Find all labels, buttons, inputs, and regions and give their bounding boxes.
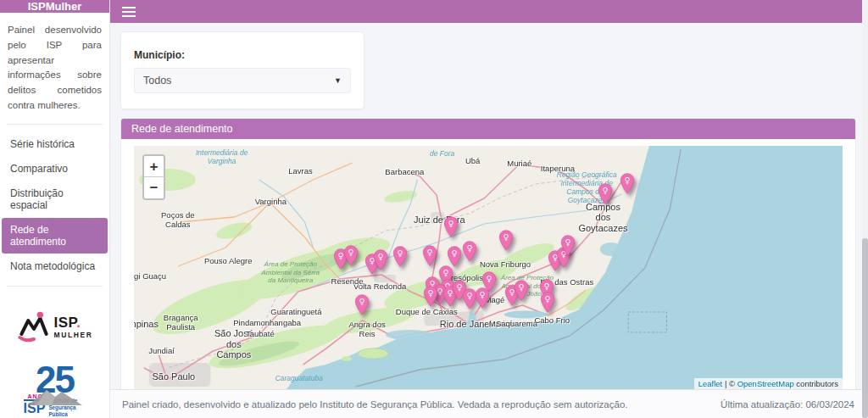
svg-text:♀: ♀ (519, 282, 525, 292)
sidebar-intro-text: Painel desenvolvido pelo ISP para aprese… (0, 13, 109, 122)
sidebar-item-2[interactable]: Distribuição espacial (2, 181, 108, 217)
service-location-marker[interactable]: ♀ (423, 286, 438, 310)
svg-text:♀: ♀ (602, 186, 608, 195)
svg-text:♀: ♀ (428, 288, 434, 298)
page: ISPMulher Painel desenvolvido pelo ISP p… (0, 0, 868, 418)
svg-text:♀: ♀ (448, 219, 453, 228)
service-location-marker[interactable]: ♀ (392, 246, 408, 270)
app-brand: ISPMulher (0, 0, 109, 13)
panel-title: Rede de atendimento (121, 119, 855, 139)
sidebar-item-3[interactable]: Rede de atendimento (2, 218, 108, 254)
service-location-marker[interactable]: ♀ (354, 294, 370, 319)
svg-text:♀: ♀ (503, 232, 509, 242)
mountain-icon (26, 385, 84, 407)
isp-mulher-logo-isp: ISP. (54, 315, 93, 330)
svg-text:♀: ♀ (486, 274, 492, 283)
page-scrollbar[interactable] (862, 0, 868, 418)
service-location-marker[interactable]: ♀ (540, 292, 555, 316)
hamburger-menu-icon[interactable] (122, 11, 136, 13)
rede-atendimento-panel: Rede de atendimento (120, 118, 856, 389)
svg-text:♀: ♀ (543, 281, 549, 291)
leaflet-map[interactable]: São PauloJundiaíCampinasBragança Paulist… (134, 146, 843, 389)
municipio-label: Município: (134, 49, 351, 61)
municipio-filter-card: Município: Todos ▼ (120, 31, 364, 109)
footer-last-update: Última atualização: 06/03/2024 (721, 399, 854, 410)
service-location-marker[interactable]: ♀ (373, 249, 388, 274)
map-attribution: Leaflet | © OpenStreetMap contributors (694, 378, 843, 389)
footer-copyright-text: Painel criado, desenvolvido e atualizado… (122, 399, 627, 410)
service-location-marker[interactable]: ♀ (475, 287, 490, 312)
map-zoom-control: + − (142, 154, 165, 200)
sidebar-logos: ISP. MULHER 25 ANOS ISP Instituto de Seg… (0, 288, 109, 418)
zoom-out-button[interactable]: − (144, 177, 164, 198)
service-location-marker[interactable]: ♀ (343, 245, 359, 270)
service-location-marker[interactable]: ♀ (443, 216, 459, 241)
sidebar-item-0[interactable]: Série histórica (2, 132, 108, 156)
svg-text:♀: ♀ (377, 252, 383, 261)
isp-mulher-m-icon (17, 310, 51, 344)
scrollbar-thumb[interactable] (862, 238, 868, 418)
attribution-separator: | © (722, 379, 737, 388)
svg-text:♀: ♀ (456, 282, 462, 292)
svg-text:♀: ♀ (427, 248, 433, 257)
sidebar-divider (7, 286, 103, 287)
sidebar-item-4[interactable]: Nota metodológica (2, 254, 108, 278)
municipio-selected-value: Todos (143, 75, 171, 86)
svg-text:♀: ♀ (359, 297, 365, 306)
leaflet-link[interactable]: Leaflet (698, 379, 723, 388)
attribution-suffix: contributors (794, 379, 838, 388)
sidebar-nav: Série históricaComparativoDistribuição e… (0, 126, 109, 284)
isp-25-anos-logo: 25 ANOS ISP Instituto de Segurança Públi… (14, 363, 96, 418)
topbar (110, 0, 868, 23)
content: Município: Todos ▼ Rede de atendimento (110, 23, 868, 389)
footer: Painel criado, desenvolvido e atualizado… (110, 389, 868, 418)
sidebar-divider (7, 124, 103, 125)
svg-text:♀: ♀ (442, 268, 448, 277)
svg-text:♀: ♀ (565, 237, 570, 247)
service-location-marker[interactable]: ♀ (514, 280, 529, 304)
service-location-marker[interactable]: ♀ (598, 183, 613, 208)
service-location-marker[interactable]: ♀ (498, 230, 514, 254)
service-location-marker[interactable]: ♀ (620, 173, 635, 198)
sidebar: ISPMulher Painel desenvolvido pelo ISP p… (0, 0, 110, 418)
svg-text:♀: ♀ (348, 248, 353, 257)
svg-text:♀: ♀ (467, 291, 473, 300)
main-area: Município: Todos ▼ Rede de atendimento (110, 0, 868, 418)
zoom-in-button[interactable]: + (144, 156, 164, 177)
map-markers-layer: ♀♀♀♀♀♀♀♀♀♀♀♀♀♀♀♀♀♀♀♀♀♀♀♀♀♀♀♀♀♀ (134, 146, 843, 389)
service-location-marker[interactable]: ♀ (462, 241, 477, 265)
svg-text:♀: ♀ (451, 248, 457, 258)
svg-text:♀: ♀ (545, 294, 551, 304)
municipio-select[interactable]: Todos ▼ (134, 68, 351, 93)
service-location-marker[interactable]: ♀ (560, 235, 576, 259)
svg-text:♀: ♀ (398, 248, 403, 258)
svg-text:♀: ♀ (624, 176, 630, 185)
svg-text:♀: ♀ (480, 290, 486, 299)
chevron-down-icon: ▼ (334, 76, 342, 85)
isp-mulher-logo: ISP. MULHER (17, 310, 93, 344)
service-location-marker[interactable]: ♀ (422, 245, 437, 270)
openstreetmap-link[interactable]: OpenStreetMap (737, 379, 794, 388)
svg-text:♀: ♀ (467, 243, 473, 253)
sidebar-item-1[interactable]: Comparativo (2, 157, 108, 181)
isp-mulher-logo-mulher: MULHER (54, 332, 93, 339)
